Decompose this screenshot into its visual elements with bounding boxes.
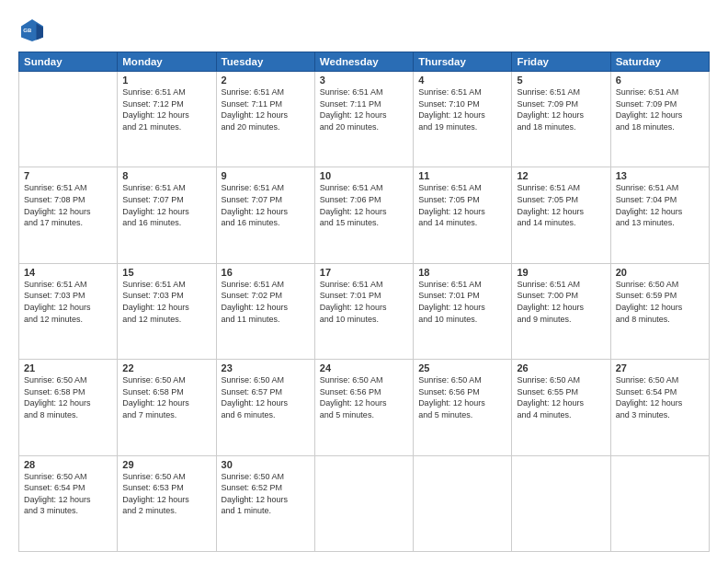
day-info: Sunrise: 6:51 AMSunset: 7:11 PMDaylight:… <box>320 86 408 132</box>
day-number: 19 <box>517 267 605 278</box>
header: GB <box>18 17 710 44</box>
day-number: 25 <box>418 362 506 373</box>
day-info: Sunrise: 6:51 AMSunset: 7:09 PMDaylight:… <box>616 86 704 132</box>
day-number: 13 <box>616 170 704 181</box>
calendar-cell: 3Sunrise: 6:51 AMSunset: 7:11 PMDaylight… <box>314 72 413 167</box>
day-info: Sunrise: 6:50 AMSunset: 6:52 PMDaylight:… <box>222 471 310 517</box>
day-number: 30 <box>222 459 310 470</box>
day-number: 24 <box>320 362 408 373</box>
day-info: Sunrise: 6:51 AMSunset: 7:11 PMDaylight:… <box>222 86 310 132</box>
day-number: 20 <box>616 267 704 278</box>
calendar-cell: 26Sunrise: 6:50 AMSunset: 6:55 PMDayligh… <box>512 360 610 455</box>
day-info: Sunrise: 6:51 AMSunset: 7:08 PMDaylight:… <box>24 182 112 228</box>
day-info: Sunrise: 6:51 AMSunset: 7:05 PMDaylight:… <box>418 182 506 228</box>
week-row-1: 1Sunrise: 6:51 AMSunset: 7:12 PMDaylight… <box>19 72 710 167</box>
day-info: Sunrise: 6:51 AMSunset: 7:06 PMDaylight:… <box>320 182 408 228</box>
day-number: 12 <box>517 170 605 181</box>
day-number: 8 <box>122 170 210 181</box>
calendar-cell: 28Sunrise: 6:50 AMSunset: 6:54 PMDayligh… <box>19 455 118 551</box>
weekday-header-wednesday: Wednesday <box>314 52 413 72</box>
day-info: Sunrise: 6:51 AMSunset: 7:07 PMDaylight:… <box>222 182 310 228</box>
calendar-cell <box>314 455 413 551</box>
day-number: 5 <box>517 75 605 86</box>
calendar-cell: 16Sunrise: 6:51 AMSunset: 7:02 PMDayligh… <box>216 263 314 359</box>
calendar-cell: 19Sunrise: 6:51 AMSunset: 7:00 PMDayligh… <box>512 263 610 359</box>
day-number: 17 <box>320 267 408 278</box>
day-number: 10 <box>320 170 408 181</box>
logo: GB <box>18 17 50 44</box>
calendar-cell: 20Sunrise: 6:50 AMSunset: 6:59 PMDayligh… <box>610 263 709 359</box>
day-number: 18 <box>418 267 506 278</box>
calendar-cell: 22Sunrise: 6:50 AMSunset: 6:58 PMDayligh… <box>118 360 216 455</box>
weekday-header-monday: Monday <box>118 52 216 72</box>
day-number: 26 <box>517 362 605 373</box>
day-info: Sunrise: 6:50 AMSunset: 6:58 PMDaylight:… <box>122 374 210 420</box>
calendar-cell: 7Sunrise: 6:51 AMSunset: 7:08 PMDaylight… <box>19 167 118 263</box>
day-number: 11 <box>418 170 506 181</box>
calendar-cell: 1Sunrise: 6:51 AMSunset: 7:12 PMDaylight… <box>118 72 216 167</box>
day-info: Sunrise: 6:50 AMSunset: 6:56 PMDaylight:… <box>418 374 506 420</box>
weekday-header-saturday: Saturday <box>610 52 709 72</box>
day-number: 14 <box>24 267 112 278</box>
calendar-cell: 18Sunrise: 6:51 AMSunset: 7:01 PMDayligh… <box>414 263 512 359</box>
day-info: Sunrise: 6:51 AMSunset: 7:09 PMDaylight:… <box>517 86 605 132</box>
day-info: Sunrise: 6:50 AMSunset: 6:59 PMDaylight:… <box>616 279 704 325</box>
day-number: 3 <box>320 75 408 86</box>
calendar-cell <box>512 455 610 551</box>
weekday-header-tuesday: Tuesday <box>216 52 314 72</box>
day-number: 1 <box>122 75 210 86</box>
day-number: 27 <box>616 362 704 373</box>
weekday-header-friday: Friday <box>512 52 610 72</box>
week-row-4: 21Sunrise: 6:50 AMSunset: 6:58 PMDayligh… <box>19 360 710 455</box>
week-row-5: 28Sunrise: 6:50 AMSunset: 6:54 PMDayligh… <box>19 455 710 551</box>
day-number: 15 <box>122 267 210 278</box>
calendar-cell: 8Sunrise: 6:51 AMSunset: 7:07 PMDaylight… <box>118 167 216 263</box>
day-info: Sunrise: 6:51 AMSunset: 7:00 PMDaylight:… <box>517 279 605 325</box>
calendar-cell <box>610 455 709 551</box>
day-number: 6 <box>616 75 704 86</box>
calendar-cell: 14Sunrise: 6:51 AMSunset: 7:03 PMDayligh… <box>19 263 118 359</box>
day-info: Sunrise: 6:51 AMSunset: 7:05 PMDaylight:… <box>517 182 605 228</box>
calendar-cell: 2Sunrise: 6:51 AMSunset: 7:11 PMDaylight… <box>216 72 314 167</box>
week-row-3: 14Sunrise: 6:51 AMSunset: 7:03 PMDayligh… <box>19 263 710 359</box>
day-info: Sunrise: 6:51 AMSunset: 7:07 PMDaylight:… <box>122 182 210 228</box>
day-info: Sunrise: 6:50 AMSunset: 6:54 PMDaylight:… <box>24 471 112 517</box>
calendar-cell: 5Sunrise: 6:51 AMSunset: 7:09 PMDaylight… <box>512 72 610 167</box>
calendar-cell <box>414 455 512 551</box>
logo-icon: GB <box>18 17 46 44</box>
day-number: 7 <box>24 170 112 181</box>
day-number: 2 <box>222 75 310 86</box>
day-number: 29 <box>122 459 210 470</box>
day-info: Sunrise: 6:51 AMSunset: 7:12 PMDaylight:… <box>122 86 210 132</box>
weekday-header-row: SundayMondayTuesdayWednesdayThursdayFrid… <box>19 52 710 72</box>
calendar-cell: 15Sunrise: 6:51 AMSunset: 7:03 PMDayligh… <box>118 263 216 359</box>
calendar-cell: 25Sunrise: 6:50 AMSunset: 6:56 PMDayligh… <box>414 360 512 455</box>
weekday-header-thursday: Thursday <box>414 52 512 72</box>
day-info: Sunrise: 6:51 AMSunset: 7:10 PMDaylight:… <box>418 86 506 132</box>
day-info: Sunrise: 6:50 AMSunset: 6:53 PMDaylight:… <box>122 471 210 517</box>
day-info: Sunrise: 6:51 AMSunset: 7:01 PMDaylight:… <box>418 279 506 325</box>
day-info: Sunrise: 6:51 AMSunset: 7:02 PMDaylight:… <box>222 279 310 325</box>
day-info: Sunrise: 6:50 AMSunset: 6:56 PMDaylight:… <box>320 374 408 420</box>
weekday-header-sunday: Sunday <box>19 52 118 72</box>
day-info: Sunrise: 6:51 AMSunset: 7:03 PMDaylight:… <box>24 279 112 325</box>
calendar-cell: 9Sunrise: 6:51 AMSunset: 7:07 PMDaylight… <box>216 167 314 263</box>
day-number: 16 <box>222 267 310 278</box>
calendar-cell: 6Sunrise: 6:51 AMSunset: 7:09 PMDaylight… <box>610 72 709 167</box>
calendar-cell: 27Sunrise: 6:50 AMSunset: 6:54 PMDayligh… <box>610 360 709 455</box>
day-info: Sunrise: 6:50 AMSunset: 6:54 PMDaylight:… <box>616 374 704 420</box>
page: GB SundayMondayTuesdayWednesdayThursdayF… <box>0 0 728 563</box>
svg-text:GB: GB <box>23 28 32 33</box>
day-info: Sunrise: 6:51 AMSunset: 7:01 PMDaylight:… <box>320 279 408 325</box>
day-info: Sunrise: 6:51 AMSunset: 7:04 PMDaylight:… <box>616 182 704 228</box>
calendar-cell: 24Sunrise: 6:50 AMSunset: 6:56 PMDayligh… <box>314 360 413 455</box>
calendar-cell: 13Sunrise: 6:51 AMSunset: 7:04 PMDayligh… <box>610 167 709 263</box>
calendar-cell: 11Sunrise: 6:51 AMSunset: 7:05 PMDayligh… <box>414 167 512 263</box>
calendar-cell: 17Sunrise: 6:51 AMSunset: 7:01 PMDayligh… <box>314 263 413 359</box>
day-number: 21 <box>24 362 112 373</box>
calendar-cell: 30Sunrise: 6:50 AMSunset: 6:52 PMDayligh… <box>216 455 314 551</box>
day-info: Sunrise: 6:50 AMSunset: 6:57 PMDaylight:… <box>222 374 310 420</box>
day-number: 4 <box>418 75 506 86</box>
day-number: 22 <box>122 362 210 373</box>
calendar: SundayMondayTuesdayWednesdayThursdayFrid… <box>18 52 710 552</box>
